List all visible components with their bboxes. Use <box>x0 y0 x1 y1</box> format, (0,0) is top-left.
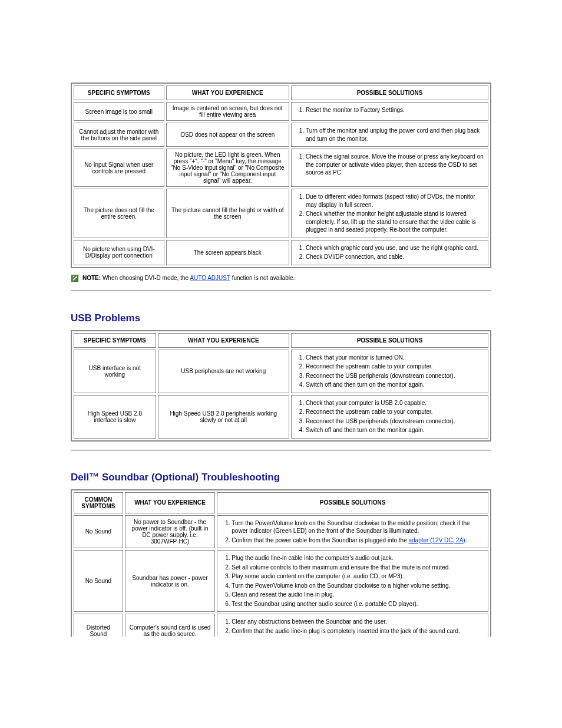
symptom-cell: No Sound <box>74 550 123 612</box>
experience-cell: The picture cannot fill the height or wi… <box>166 189 289 238</box>
table-row: High Speed USB 2.0 interface is slowHigh… <box>74 395 488 439</box>
col-header: COMMON SYMPTOMS <box>74 492 123 513</box>
experience-cell: The screen appears black <box>166 240 289 265</box>
table-row: Distorted SoundComputer's sound card is … <box>74 614 488 637</box>
experience-cell: USB peripherals are not working <box>158 350 289 393</box>
specific-problems-table: SPECIFIC SYMPTOMS WHAT YOU EXPERIENCE PO… <box>71 83 491 268</box>
experience-cell: Soundbar has power - power indicator is … <box>125 550 216 612</box>
solution-item: Clear any obstructions between the Sound… <box>232 618 484 626</box>
col-header: SPECIFIC SYMPTOMS <box>74 85 164 100</box>
table-row: Cannot adjust the monitor with the butto… <box>74 123 488 147</box>
solution-item: Play some audio content on the computer … <box>232 572 484 581</box>
symptom-cell: Cannot adjust the monitor with the butto… <box>74 123 164 147</box>
soundbar-table: COMMON SYMPTOMS WHAT YOU EXPERIENCE POSS… <box>71 489 491 637</box>
col-header: WHAT YOU EXPERIENCE <box>166 85 289 100</box>
section-divider <box>71 450 491 450</box>
symptom-cell: Distorted Sound <box>74 614 123 637</box>
solution-item: Reconnect the USB peripherals (downstrea… <box>306 417 484 426</box>
solution-item: Set all Windows volume controls to their… <box>232 636 484 637</box>
note: NOTE: When choosing DVI-D mode, the AUTO… <box>71 274 491 282</box>
solutions-cell: Check which graphic card you use, and us… <box>291 240 488 265</box>
note-text: NOTE: When choosing DVI-D mode, the AUTO… <box>82 274 295 282</box>
table-row: USB interface is not workingUSB peripher… <box>74 350 488 393</box>
experience-cell: No power to Soundbar - the power indicat… <box>125 515 216 549</box>
solution-item: Check that your monitor is turned ON. <box>306 354 484 362</box>
solutions-cell: Check that your monitor is turned ON.Rec… <box>291 350 488 393</box>
solution-item: Plug the audio line-in cable into the co… <box>232 554 484 562</box>
solution-item: Due to different video formats (aspect r… <box>306 193 484 209</box>
col-header: POSSIBLE SOLUTIONS <box>291 85 488 100</box>
solution-item: Switch off and then turn on the monitor … <box>306 381 484 389</box>
solutions-cell: Check the signal source. Move the mouse … <box>291 149 488 187</box>
table-row: Screen image is too smallImage is center… <box>74 102 488 121</box>
solution-item: Check whether the monitor height adjusta… <box>306 210 484 234</box>
solution-item: Set all volume controls to their maximum… <box>232 564 484 572</box>
solutions-cell: Plug the audio line-in cable into the co… <box>217 550 488 612</box>
solutions-cell: Turn off the monitor and unplug the powe… <box>291 123 488 147</box>
symptom-cell: Screen image is too small <box>74 102 164 121</box>
experience-cell: Computer's sound card is used as the aud… <box>125 614 216 637</box>
solution-item: Check which graphic card you use, and us… <box>306 244 484 252</box>
solution-item: Turn the Power/Volume knob on the Soundb… <box>232 519 484 535</box>
symptom-cell: The picture does not fill the entire scr… <box>74 189 164 238</box>
adapter-link[interactable]: adapter (12V DC, 2A) <box>408 537 465 543</box>
solution-item: Turn off the monitor and unplug the powe… <box>306 127 484 143</box>
section-divider <box>71 291 491 291</box>
solution-item: Reconnect the upstream cable to your com… <box>306 408 484 416</box>
table-row: No Input Signal when user controls are p… <box>74 149 488 187</box>
experience-cell: No picture, the LED light is green. When… <box>166 149 289 187</box>
experience-cell: High Speed USB 2.0 peripherals working s… <box>158 395 289 439</box>
col-header: POSSIBLE SOLUTIONS <box>217 492 488 513</box>
solution-item: Confirm that the power cable from the So… <box>232 536 484 545</box>
solution-item: Reconnect the upstream cable to your com… <box>306 363 484 371</box>
col-header: POSSIBLE SOLUTIONS <box>291 333 488 348</box>
solution-item: Check that your computer is USB 2.0 capa… <box>306 399 484 407</box>
solution-item: Check DVI/DP connection, and cable. <box>306 253 484 261</box>
col-header: SPECIFIC SYMPTOMS <box>74 333 156 348</box>
solutions-cell: Check that your computer is USB 2.0 capa… <box>291 395 488 439</box>
experience-cell: OSD does not appear on the screen <box>166 123 289 147</box>
solutions-cell: Due to different video formats (aspect r… <box>291 189 488 238</box>
solution-item: Confirm that the audio line-in plug is c… <box>232 627 484 635</box>
solution-item: Switch off and then turn on the monitor … <box>306 426 484 434</box>
table-row: No SoundNo power to Soundbar - the power… <box>74 515 488 549</box>
solution-item: Clean and reseat the audio line-in plug. <box>232 591 484 599</box>
solution-item: Check the signal source. Move the mouse … <box>306 153 484 177</box>
symptom-cell: No picture when using DVI-D/Display port… <box>74 240 164 265</box>
usb-problems-table: SPECIFIC SYMPTOMS WHAT YOU EXPERIENCE PO… <box>71 330 491 442</box>
col-header: WHAT YOU EXPERIENCE <box>158 333 289 348</box>
solution-item: Reset the monitor to Factory Settings. <box>306 106 484 114</box>
symptom-cell: USB interface is not working <box>74 350 156 393</box>
experience-cell: Image is centered on screen, but does no… <box>166 102 289 121</box>
note-icon <box>71 274 79 282</box>
solution-item: Turn the Power/Volume knob on the Soundb… <box>232 582 484 590</box>
symptom-cell: No Input Signal when user controls are p… <box>74 149 164 187</box>
symptom-cell: High Speed USB 2.0 interface is slow <box>74 395 156 439</box>
col-header: WHAT YOU EXPERIENCE <box>125 492 216 513</box>
symptom-cell: No Sound <box>74 515 123 549</box>
auto-adjust-link[interactable]: AUTO ADJUST <box>190 275 230 281</box>
table-row: No SoundSoundbar has power - power indic… <box>74 550 488 612</box>
usb-problems-heading: USB Problems <box>71 312 491 324</box>
solution-item: Reconnect the USB peripherals (downstrea… <box>306 372 484 380</box>
solutions-cell: Turn the Power/Volume knob on the Soundb… <box>217 515 488 549</box>
table-row: No picture when using DVI-D/Display port… <box>74 240 488 265</box>
solutions-cell: Reset the monitor to Factory Settings. <box>291 102 488 121</box>
solutions-cell: Clear any obstructions between the Sound… <box>217 614 488 637</box>
soundbar-heading: Dell™ Soundbar (Optional) Troubleshootin… <box>71 472 491 483</box>
solution-item: Test the Soundbar using another audio so… <box>232 600 484 608</box>
table-row: The picture does not fill the entire scr… <box>74 189 488 238</box>
